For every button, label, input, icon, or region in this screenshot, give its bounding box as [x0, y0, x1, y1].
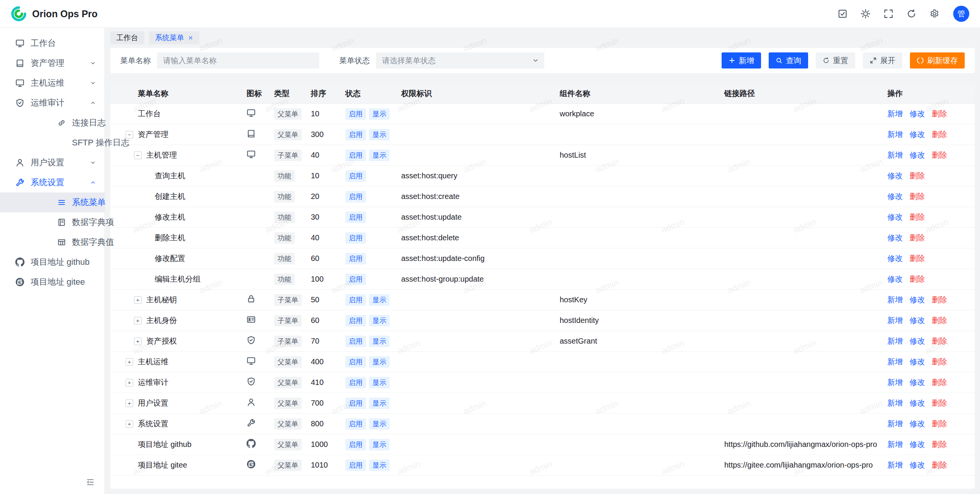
main-content: 工作台系统菜单 菜单名称 菜单状态 请选择菜单状态 新增 查询 重置 展开 刷新…: [105, 28, 980, 494]
shield-icon: [247, 336, 256, 345]
search-button[interactable]: 查询: [769, 52, 808, 68]
status-tag: 显示: [369, 356, 390, 368]
sidebar-item-gitee[interactable]: 项目地址 gitee: [0, 272, 105, 292]
avatar[interactable]: 管: [953, 6, 969, 22]
row-action-edit[interactable]: 修改: [910, 336, 925, 346]
sidebar-item-system-menu[interactable]: 系统菜单: [0, 192, 105, 212]
menu-name-input[interactable]: [157, 52, 319, 68]
sidebar-item-asset[interactable]: 资产管理: [0, 53, 105, 73]
collapse-sidebar-button[interactable]: [86, 478, 95, 486]
row-action-add[interactable]: 新增: [887, 419, 903, 429]
sidebar-item-connect-log[interactable]: 连接日志: [0, 113, 105, 133]
row-action-add[interactable]: 新增: [887, 336, 903, 346]
row-action-delete[interactable]: 删除: [910, 171, 925, 181]
sidebar-item-host-ops[interactable]: 主机运维: [0, 73, 105, 93]
chevron-up-icon: [90, 100, 96, 106]
status-tag: 启用: [345, 418, 366, 430]
row-action-edit[interactable]: 修改: [887, 233, 903, 243]
row-action-edit[interactable]: 修改: [887, 191, 903, 202]
row-action-add[interactable]: 新增: [887, 460, 903, 470]
row-action-edit[interactable]: 修改: [910, 460, 925, 470]
row-action-delete[interactable]: 删除: [910, 253, 925, 264]
row-action-add[interactable]: 新增: [887, 398, 903, 408]
row-action-edit[interactable]: 修改: [887, 212, 903, 222]
row-action-add[interactable]: 新增: [887, 377, 903, 388]
row-action-add[interactable]: 新增: [887, 150, 903, 160]
row-action-delete[interactable]: 删除: [910, 233, 925, 243]
reset-button[interactable]: 重置: [816, 52, 855, 68]
row-action-add[interactable]: 新增: [887, 315, 903, 326]
expand-row-button[interactable]: +: [126, 379, 133, 386]
row-action-delete[interactable]: 删除: [910, 191, 925, 202]
sidebar-item-github[interactable]: 项目地址 github: [0, 252, 105, 272]
row-action-delete[interactable]: 删除: [932, 109, 947, 119]
row-action-delete[interactable]: 删除: [932, 129, 947, 140]
row-action-delete[interactable]: 删除: [932, 150, 947, 160]
chevron-down-icon: [532, 57, 539, 64]
sidebar-item-dict-keys[interactable]: 数据字典项: [0, 212, 105, 232]
row-action-delete[interactable]: 删除: [932, 357, 947, 367]
collapse-row-button[interactable]: −: [134, 152, 142, 159]
row-action-add[interactable]: 新增: [887, 129, 903, 140]
fullscreen-button[interactable]: [884, 9, 893, 19]
row-action-edit[interactable]: 修改: [910, 109, 925, 119]
row-action-delete[interactable]: 删除: [932, 295, 947, 305]
refresh-button[interactable]: [906, 9, 916, 19]
row-action-delete[interactable]: 删除: [932, 439, 947, 450]
expand-row-button[interactable]: +: [126, 399, 133, 407]
menu-status-select[interactable]: 请选择菜单状态: [376, 52, 544, 68]
row-action-edit[interactable]: 修改: [887, 253, 903, 264]
expand-row-button[interactable]: +: [126, 420, 133, 428]
sidebar-item-user-settings[interactable]: 用户设置: [0, 153, 105, 173]
row-action-add[interactable]: 新增: [887, 357, 903, 367]
row-action-edit[interactable]: 修改: [887, 274, 903, 284]
expand-row-button[interactable]: +: [126, 358, 133, 366]
row-action-edit[interactable]: 修改: [910, 315, 925, 326]
row-action-delete[interactable]: 删除: [932, 419, 947, 429]
row-action-edit[interactable]: 修改: [887, 171, 903, 181]
row-action-add[interactable]: 新增: [887, 109, 903, 119]
row-action-delete[interactable]: 删除: [932, 398, 947, 408]
settings-button[interactable]: [929, 9, 939, 19]
row-action-edit[interactable]: 修改: [910, 129, 925, 140]
row-action-edit[interactable]: 修改: [910, 377, 925, 388]
row-action-delete[interactable]: 删除: [932, 377, 947, 388]
row-action-edit[interactable]: 修改: [910, 439, 925, 450]
refresh-cache-button[interactable]: 刷新缓存: [910, 52, 965, 68]
row-action-delete[interactable]: 删除: [932, 315, 947, 326]
row-action-delete[interactable]: 删除: [932, 336, 947, 346]
sort-value: 40: [305, 233, 339, 242]
sidebar-item-dict-values[interactable]: 数据字典值: [0, 232, 105, 252]
row-action-add[interactable]: 新增: [887, 439, 903, 450]
row-action-delete[interactable]: 删除: [910, 274, 925, 284]
sidebar-item-system-settings[interactable]: 系统设置: [0, 173, 105, 192]
row-action-edit[interactable]: 修改: [910, 150, 925, 160]
row-action-edit[interactable]: 修改: [910, 295, 925, 305]
table-row: 修改主机功能30启用asset:host:update修改删除: [110, 207, 975, 228]
row-action-delete[interactable]: 删除: [910, 212, 925, 222]
sidebar-item-label: 项目地址 gitee: [31, 276, 85, 288]
row-action-edit[interactable]: 修改: [910, 419, 925, 429]
row-action-add[interactable]: 新增: [887, 295, 903, 305]
expand-row-button[interactable]: +: [134, 337, 142, 345]
close-icon[interactable]: [188, 35, 193, 41]
gear-icon: [929, 9, 939, 19]
api-check-button[interactable]: [838, 9, 848, 19]
refresh-icon: [823, 57, 830, 64]
tab-workbench[interactable]: 工作台: [110, 31, 144, 44]
row-action-delete[interactable]: 删除: [932, 460, 947, 470]
expand-button[interactable]: 展开: [863, 52, 902, 68]
theme-button[interactable]: [861, 9, 871, 19]
menu-name: 查询主机: [155, 171, 185, 181]
menu-name: 运维审计: [138, 377, 168, 388]
row-action-edit[interactable]: 修改: [910, 357, 925, 367]
component-value: hostKey: [554, 295, 718, 304]
expand-row-button[interactable]: +: [134, 296, 142, 304]
sidebar-item-workbench[interactable]: 工作台: [0, 33, 105, 53]
sidebar-item-sftp-log[interactable]: SFTP 操作日志: [0, 133, 105, 153]
row-action-edit[interactable]: 修改: [910, 398, 925, 408]
tab-system-menu[interactable]: 系统菜单: [149, 31, 199, 44]
add-button[interactable]: 新增: [722, 52, 761, 68]
expand-row-button[interactable]: +: [134, 317, 142, 324]
sidebar-item-audit[interactable]: 运维审计: [0, 93, 105, 113]
